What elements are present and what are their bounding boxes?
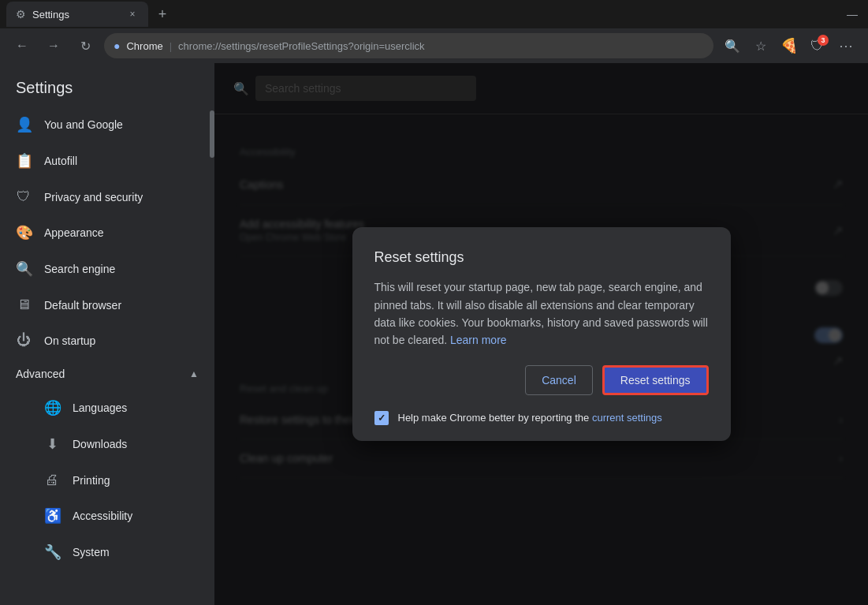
sidebar-item-appearance[interactable]: 🎨 Appearance <box>0 215 202 251</box>
autofill-icon: 📋 <box>16 152 32 170</box>
browser-brand: Chrome <box>126 40 162 52</box>
dialog-overlay: Reset settings This will reset your star… <box>214 63 868 605</box>
titlebar: ⚙ Settings × + — <box>0 0 868 28</box>
forward-button[interactable]: → <box>41 33 66 58</box>
sidebar-label-languages: Languages <box>73 401 127 414</box>
search-engine-icon: 🔍 <box>16 260 32 278</box>
system-icon: 🔧 <box>44 543 60 561</box>
site-security-icon: ● <box>114 39 120 52</box>
privacy-icon: 🛡 <box>16 189 32 205</box>
sidebar-item-downloads[interactable]: ⬇ Downloads <box>0 426 214 462</box>
extension-2-button[interactable]: 🛡 3 <box>805 33 830 58</box>
sidebar-item-you-and-google[interactable]: 👤 You and Google <box>0 106 202 143</box>
search-toolbar-button[interactable]: 🔍 <box>720 33 745 58</box>
checkbox-label: Help make Chrome better by reporting the… <box>398 412 662 424</box>
back-button[interactable]: ← <box>9 33 35 58</box>
settings-tab-icon: ⚙ <box>16 8 26 21</box>
sidebar-label-you-and-google: You and Google <box>44 118 123 131</box>
minimize-button[interactable]: — <box>843 5 862 24</box>
sidebar-item-default-browser[interactable]: 🖥 Default browser <box>0 287 202 323</box>
window-controls: — <box>843 5 862 24</box>
reload-button[interactable]: ↻ <box>73 33 98 58</box>
sidebar-label-default-browser: Default browser <box>44 299 121 312</box>
default-browser-icon: 🖥 <box>16 297 32 313</box>
extension-1-button[interactable]: 🍕 <box>777 33 802 58</box>
reset-settings-button[interactable]: Reset settings <box>602 365 709 395</box>
on-startup-icon: ⏻ <box>16 332 32 349</box>
sidebar-item-on-startup[interactable]: ⏻ On startup <box>0 323 202 358</box>
dialog-title: Reset settings <box>374 249 709 266</box>
sidebar-label-system: System <box>73 546 110 558</box>
extension-badge: 3 <box>818 35 829 46</box>
address-separator: | <box>170 40 172 52</box>
advanced-chevron-icon: ▲ <box>189 368 199 379</box>
sidebar-item-autofill[interactable]: 📋 Autofill <box>0 143 202 179</box>
advanced-label: Advanced <box>16 368 65 380</box>
extension-3-button[interactable]: ⋯ <box>833 33 859 58</box>
sidebar-label-printing: Printing <box>73 474 110 487</box>
sidebar-label-autofill: Autofill <box>44 155 77 167</box>
dialog-body: This will reset your startup page, new t… <box>374 278 709 349</box>
bookmark-button[interactable]: ☆ <box>748 33 773 58</box>
help-chrome-checkbox[interactable] <box>374 411 389 425</box>
sidebar-item-system[interactable]: 🔧 System <box>0 534 214 570</box>
active-tab[interactable]: ⚙ Settings × <box>6 2 148 27</box>
current-settings-link[interactable]: current settings <box>592 412 662 424</box>
new-tab-button[interactable]: + <box>151 3 173 25</box>
content-area: 🔍 Accessibility Captions ↗ Add accessibi… <box>214 63 868 605</box>
tab-close-button[interactable]: × <box>126 8 139 21</box>
cancel-button[interactable]: Cancel <box>525 365 593 395</box>
main-layout: Settings 👤 You and Google 📋 Autofill 🛡 P… <box>0 63 868 605</box>
sidebar-item-search-engine[interactable]: 🔍 Search engine <box>0 251 202 287</box>
advanced-section-header[interactable]: Advanced ▲ <box>0 358 214 390</box>
sidebar-item-printing[interactable]: 🖨 Printing <box>0 462 214 498</box>
toolbar-actions: 🔍 ☆ 🍕 🛡 3 ⋯ <box>720 33 859 58</box>
appearance-icon: 🎨 <box>16 224 32 241</box>
you-and-google-icon: 👤 <box>16 116 32 133</box>
printing-icon: 🖨 <box>44 472 60 488</box>
downloads-icon: ⬇ <box>44 435 60 453</box>
accessibility-sidebar-icon: ♿ <box>44 507 60 525</box>
browser-toolbar: ← → ↻ ● Chrome | chrome://settings/reset… <box>0 28 868 63</box>
sidebar-label-downloads: Downloads <box>73 438 127 450</box>
address-url: chrome://settings/resetProfileSettings?o… <box>178 40 425 52</box>
sidebar-label-appearance: Appearance <box>44 226 104 239</box>
sidebar-item-privacy[interactable]: 🛡 Privacy and security <box>0 179 202 215</box>
sidebar-label-accessibility: Accessibility <box>73 510 132 522</box>
tab-title: Settings <box>32 9 69 21</box>
sidebar-label-on-startup: On startup <box>44 334 95 347</box>
address-bar[interactable]: ● Chrome | chrome://settings/resetProfil… <box>104 33 713 58</box>
sidebar: Settings 👤 You and Google 📋 Autofill 🛡 P… <box>0 63 214 605</box>
dialog-actions: Cancel Reset settings <box>374 365 709 395</box>
dialog-body-text: This will reset your startup page, new t… <box>374 281 708 346</box>
sidebar-label-search-engine: Search engine <box>44 263 115 275</box>
sidebar-item-languages[interactable]: 🌐 Languages <box>0 390 214 426</box>
sidebar-title: Settings <box>0 63 214 106</box>
dialog-checkbox-row: Help make Chrome better by reporting the… <box>374 411 709 425</box>
sidebar-item-accessibility[interactable]: ♿ Accessibility <box>0 498 214 534</box>
sidebar-label-privacy: Privacy and security <box>44 191 143 204</box>
tab-strip: ⚙ Settings × + <box>6 0 173 28</box>
checkbox-label-text: Help make Chrome better by reporting the <box>398 412 590 424</box>
languages-icon: 🌐 <box>44 399 60 416</box>
reset-settings-dialog: Reset settings This will reset your star… <box>352 227 731 441</box>
learn-more-link[interactable]: Learn more <box>450 334 507 346</box>
